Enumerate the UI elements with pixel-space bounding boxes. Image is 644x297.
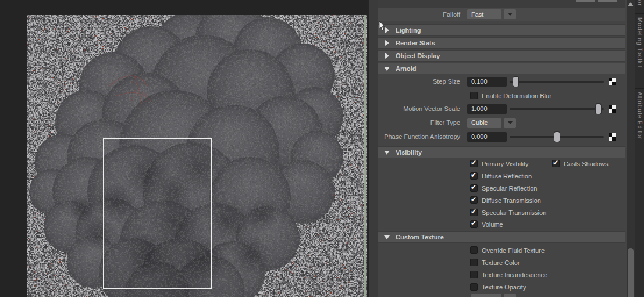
section-title: Visibility [396,149,422,156]
checkbox-label: Texture Incandescence [482,271,547,278]
section-header-visibility[interactable]: Visibility [378,146,625,158]
falloff-label: Falloff [378,11,464,18]
phase-function-row: Phase Function Anisotropy 0.000 [378,131,625,142]
clipped-dropdown-arrow-button[interactable] [504,294,516,297]
section-title: Custom Texture [396,234,444,241]
checkbox-label: Casts Shadows [564,160,608,167]
texture-incandescence-checkrow[interactable]: Texture Incandescence [470,270,547,279]
slider-handle[interactable] [554,132,560,142]
checkbox[interactable] [470,92,478,99]
checkbox-label: Primary Visibility [482,160,528,167]
checkbox-label: Diffuse Transmission [482,197,541,204]
section-header-lighting[interactable]: Lighting [378,24,625,36]
volume-checkrow[interactable]: Volume [470,220,503,228]
texture-opacity-checkrow[interactable]: Texture Opacity [470,282,526,291]
diffuse-transmission-checkrow[interactable]: Diffuse Transmission [470,196,541,205]
filter-type-dropdown[interactable]: Cubic [467,118,501,128]
mouse-cursor [379,21,386,31]
tab-clipped-fragment[interactable]: tor [636,0,643,6]
falloff-dropdown-arrow-button[interactable] [504,9,516,19]
specular-transmission-checkrow[interactable]: Specular Transmission [470,208,546,217]
checkbox-label: Enable Deformation Blur [482,92,552,99]
scrollbar-up-button[interactable] [627,2,634,9]
slider-handle[interactable] [596,104,601,114]
checkbox-label: Texture Color [482,259,520,266]
tab-attribute-editor[interactable]: Attribute Editor [636,92,643,139]
checkbox[interactable] [470,196,478,204]
phase-function-input[interactable]: 0.000 [467,132,507,142]
override-fluid-texture-checkrow[interactable]: Override Fluid Texture [470,246,545,255]
checkbox[interactable] [470,160,478,167]
step-size-row: Step Size 0.100 [378,76,625,87]
expand-right-icon [385,40,389,46]
section-title: Lighting [396,27,421,34]
section-title: Arnold [396,65,416,72]
clipped-control-top [576,0,595,2]
filter-type-row: Filter Type Cubic [378,117,625,128]
checkbox-label: Volume [482,221,503,228]
checkbox[interactable] [470,184,478,192]
checkbox[interactable] [470,283,478,291]
collapse-down-icon [384,235,390,239]
side-tab-strip: tor Modeling Toolkit Attribute Editor [635,0,644,297]
phase-function-slider[interactable] [510,132,604,142]
diffuse-reflection-checkrow[interactable]: Diffuse Reflection [470,171,532,180]
motion-vector-scale-row: Motion Vector Scale 1.000 [378,103,625,114]
checkbox-label: Specular Reflection [482,185,537,192]
section-header-object-display[interactable]: Object Display [378,50,625,62]
chevron-down-icon [508,13,513,16]
clipped-control-top [598,0,617,2]
section-header-arnold[interactable]: Arnold [378,63,625,74]
checkbox[interactable] [552,160,560,167]
phase-function-label: Phase Function Anisotropy [378,133,464,140]
checkbox[interactable] [470,172,478,180]
checkbox-label: Diffuse Reflection [482,173,532,180]
tab-divider [635,88,644,89]
checkbox-label: Specular Transmission [482,209,546,216]
step-size-label: Step Size [378,78,464,85]
step-size-input[interactable]: 0.100 [467,77,507,87]
checkbox-label: Texture Opacity [482,284,526,291]
attribute-editor-panel: Falloff Fast Lighting Render Stats Objec… [378,0,625,297]
slider-handle[interactable] [513,77,518,87]
scrollbar-thumb[interactable] [628,248,634,297]
texture-color-checkrow[interactable]: Texture Color [470,258,520,267]
render-viewport[interactable] [0,0,367,297]
primary-visibility-checkrow[interactable]: Primary Visibility [470,159,528,168]
texture-map-button[interactable] [609,78,616,85]
filter-type-dropdown-arrow-button[interactable] [504,118,516,128]
motion-vector-scale-label: Motion Vector Scale [378,105,464,112]
clipped-dropdown[interactable] [471,294,501,297]
checkbox[interactable] [470,246,478,254]
falloff-row: Falloff Fast [378,8,625,21]
expand-right-icon [385,53,389,59]
section-header-render-stats[interactable]: Render Stats [378,37,625,49]
checkbox[interactable] [470,220,478,228]
texture-map-button[interactable] [609,133,616,141]
section-title: Render Stats [396,40,435,46]
filter-type-label: Filter Type [378,119,464,126]
collapse-down-icon [384,67,390,71]
section-title: Object Display [396,52,440,59]
deformation-blur-checkrow[interactable]: Enable Deformation Blur [470,91,552,100]
chevron-down-icon [508,121,513,124]
tab-modeling-toolkit[interactable]: Modeling Toolkit [636,17,643,69]
casts-shadows-checkrow[interactable]: Casts Shadows [552,159,608,168]
specular-reflection-checkrow[interactable]: Specular Reflection [470,184,537,192]
collapse-down-icon [384,151,390,155]
checkbox[interactable] [470,209,478,216]
pane-divider[interactable] [367,0,378,297]
arrow-up-icon [628,2,634,6]
tab-divider [635,13,644,14]
falloff-dropdown[interactable]: Fast [467,9,501,19]
step-size-slider[interactable] [510,77,604,87]
checkbox-label: Override Fluid Texture [482,247,545,254]
texture-map-button[interactable] [609,105,616,113]
motion-vector-scale-slider[interactable] [510,104,604,114]
checkbox[interactable] [470,271,478,278]
checkbox[interactable] [470,259,478,266]
section-header-custom-texture[interactable]: Custom Texture [378,231,625,243]
motion-vector-scale-input[interactable]: 1.000 [467,104,507,114]
